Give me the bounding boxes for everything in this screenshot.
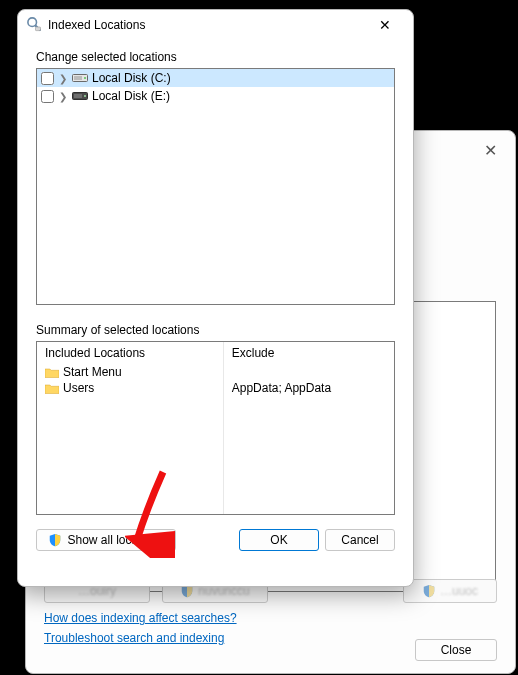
exclude-header: Exclude bbox=[232, 346, 386, 364]
included-name: Start Menu bbox=[63, 365, 122, 379]
cancel-button[interactable]: Cancel bbox=[325, 529, 395, 551]
tree-checkbox[interactable] bbox=[41, 72, 54, 85]
close-button[interactable]: Close bbox=[415, 639, 497, 661]
tree-row-label: Local Disk (C:) bbox=[92, 71, 171, 85]
svg-point-8 bbox=[84, 95, 86, 97]
change-locations-label: Change selected locations bbox=[36, 50, 395, 64]
included-header: Included Locations bbox=[45, 346, 215, 364]
app-icon bbox=[26, 16, 42, 35]
close-icon[interactable]: ✕ bbox=[476, 137, 505, 164]
dialog-title: Indexed Locations bbox=[48, 18, 359, 32]
exclude-value: AppData; AppData bbox=[232, 381, 331, 395]
tree-row-local-disk-c[interactable]: ❯ Local Disk (C:) bbox=[37, 69, 394, 87]
exclude-column: Exclude AppData; AppData bbox=[224, 342, 394, 514]
svg-point-5 bbox=[84, 77, 86, 79]
chevron-right-icon[interactable]: ❯ bbox=[58, 73, 68, 84]
drive-icon bbox=[72, 90, 88, 102]
drive-icon bbox=[72, 72, 88, 84]
exclude-row bbox=[232, 364, 386, 380]
svg-rect-7 bbox=[74, 94, 82, 98]
folder-icon bbox=[45, 383, 59, 394]
folder-icon bbox=[45, 367, 59, 378]
included-row[interactable]: Users bbox=[45, 380, 215, 396]
parent-help-links: How does indexing affect searches? Troub… bbox=[44, 611, 237, 645]
locations-tree[interactable]: ❯ Local Disk (C:) ❯ Local Disk (E:) bbox=[36, 68, 395, 305]
close-icon[interactable]: ✕ bbox=[365, 15, 405, 35]
indexed-locations-dialog: Indexed Locations ✕ Change selected loca… bbox=[17, 9, 414, 587]
dialog-button-row: Show all locations OK Cancel bbox=[36, 529, 395, 551]
tree-checkbox[interactable] bbox=[41, 90, 54, 103]
tree-row-local-disk-e[interactable]: ❯ Local Disk (E:) bbox=[37, 87, 394, 105]
svg-rect-4 bbox=[74, 76, 82, 80]
included-row[interactable]: Start Menu bbox=[45, 364, 215, 380]
included-name: Users bbox=[63, 381, 94, 395]
tree-row-label: Local Disk (E:) bbox=[92, 89, 170, 103]
included-column: Included Locations Start Menu Users bbox=[37, 342, 224, 514]
exclude-row: AppData; AppData bbox=[232, 380, 386, 396]
link-troubleshoot-indexing[interactable]: Troubleshoot search and indexing bbox=[44, 631, 224, 645]
show-all-locations-button[interactable]: Show all locations bbox=[36, 529, 176, 551]
summary-pane: Included Locations Start Menu Users Excl… bbox=[36, 341, 395, 515]
shield-icon bbox=[422, 584, 436, 598]
chevron-right-icon[interactable]: ❯ bbox=[58, 91, 68, 102]
titlebar: Indexed Locations ✕ bbox=[18, 10, 413, 40]
shield-icon bbox=[48, 533, 62, 547]
link-how-indexing-affects[interactable]: How does indexing affect searches? bbox=[44, 611, 237, 625]
ok-button[interactable]: OK bbox=[239, 529, 319, 551]
show-all-label: Show all locations bbox=[67, 533, 163, 547]
parent-button-3-label: …uuoc bbox=[440, 584, 478, 598]
summary-label: Summary of selected locations bbox=[36, 323, 395, 337]
parent-button-3[interactable]: …uuoc bbox=[403, 579, 497, 603]
svg-rect-2 bbox=[36, 27, 41, 31]
